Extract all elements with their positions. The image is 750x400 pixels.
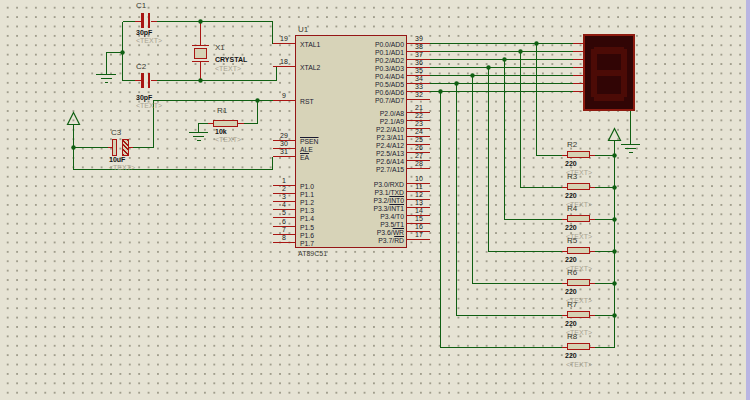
pin-name-text: P2.0/A8 <box>380 110 404 117</box>
pin-number: 15 <box>408 215 430 223</box>
pin-number: 28 <box>408 160 430 168</box>
component-ref: R8 <box>567 332 577 341</box>
pin-name-text: P3.3/ <box>373 205 389 212</box>
pin-number: 12 <box>408 191 430 199</box>
pin-number: 18 <box>273 58 295 66</box>
component-ref: R3 <box>567 172 577 181</box>
pin-name-overline: INT0 <box>389 197 404 204</box>
crystal-x1[interactable]: X1 CRYSTAL <TEXT> <box>188 42 250 76</box>
pin-number: 27 <box>408 152 430 160</box>
component-value: 10k <box>215 128 227 136</box>
pin-name-text: P3.1/TXD <box>375 189 404 196</box>
component-ref: X1 <box>215 43 225 52</box>
pin-name-text: P2.1/A9 <box>380 118 404 125</box>
pin-name: P2.7/A15 <box>296 165 404 174</box>
pin-number: 34 <box>408 75 430 83</box>
pin-number: 2 <box>273 185 295 193</box>
pin-name-text: P0.1/AD1 <box>375 49 404 56</box>
pin-number: 37 <box>408 51 430 59</box>
seven-segment-display[interactable] <box>583 34 635 111</box>
component-note: <TEXT> <box>215 136 241 144</box>
pin-name-overline: WR <box>393 229 404 236</box>
component-ref: C1 <box>136 1 146 10</box>
capacitor-c2[interactable]: C2 30pF <TEXT> <box>120 59 190 109</box>
pin-name-text: P2.7/A15 <box>376 166 404 173</box>
resistor-body <box>567 311 590 318</box>
pin-name-overline: INT1 <box>389 205 404 212</box>
resistor-r1[interactable]: R1 10k <TEXT> <box>210 105 260 147</box>
capacitor-plate <box>141 13 144 28</box>
pin-name-text: P0.2/AD2 <box>375 57 404 64</box>
pin-name-text: P2.5/A13 <box>376 150 404 157</box>
component-value: 220 <box>565 224 577 232</box>
component-value: 10uF <box>109 156 125 164</box>
segment-e <box>591 73 597 97</box>
pin-name-text: P0.0/AD0 <box>375 41 404 48</box>
capacitor-plate <box>148 13 151 28</box>
ground-icon <box>189 133 208 141</box>
pin-name-text: P0.6/AD6 <box>375 89 404 96</box>
component-note: <TEXT> <box>136 102 162 110</box>
pin-number: 13 <box>408 199 430 207</box>
ground-icon <box>96 75 116 83</box>
component-value: 220 <box>565 352 577 360</box>
component-ref: R5 <box>567 236 577 245</box>
resistor-body <box>567 151 590 158</box>
component-note: <TEXT> <box>136 37 162 45</box>
pin-number: 21 <box>408 104 430 112</box>
pin-number: 22 <box>408 112 430 120</box>
schematic-canvas: { "colors": { "background": "#e6e3d4", "… <box>0 0 750 400</box>
component-ref: R4 <box>567 204 577 213</box>
pin-number: 29 <box>273 132 295 140</box>
pin-name-text: P2.6/A14 <box>376 158 404 165</box>
pin-name-text: P3.0/RXD <box>374 181 404 188</box>
pin-number: 4 <box>273 201 295 209</box>
pin-name-text: P0.3/AD3 <box>375 65 404 72</box>
pin-name-overline: RD <box>394 237 404 244</box>
pin-name-text: P0.7/AD7 <box>375 97 404 104</box>
pin-number: 19 <box>273 35 295 43</box>
pin-name-text: P0.4/AD4 <box>375 73 404 80</box>
pin-number: 33 <box>408 83 430 91</box>
component-value: 220 <box>565 160 577 168</box>
capacitor-plate <box>112 139 117 156</box>
pin-number: 9 <box>273 92 295 100</box>
component-ref: R1 <box>217 106 227 115</box>
capacitor-c1[interactable]: C1 30pF <TEXT> <box>120 0 190 46</box>
component-value: 30pF <box>136 29 152 37</box>
pin-number: 3 <box>273 193 295 201</box>
pin-name-text: P2.4/A12 <box>376 142 404 149</box>
resistor-body <box>567 215 590 222</box>
pin-name-text: P3.6/ <box>377 229 393 236</box>
component-ref: C3 <box>111 128 121 137</box>
component-value: 220 <box>565 192 577 200</box>
segment-g <box>594 70 624 76</box>
pin-name-text: P2.2/A10 <box>376 126 404 133</box>
pin-number: 6 <box>273 218 295 226</box>
resistor-r8[interactable]: R8 220 <TEXT> <box>560 330 615 370</box>
component-note: <TEXT> <box>215 65 241 73</box>
pin-number: 10 <box>408 175 430 183</box>
component-ref: U1 <box>298 25 308 34</box>
mcu-u1[interactable]: U1 AT89C51 19XTAL1 18XTAL2 9RST 29PSEN 3… <box>295 35 407 248</box>
capacitor-c3[interactable]: C3 10uF <TEXT> <box>105 126 165 178</box>
component-ref: R2 <box>567 140 577 149</box>
component-note: <TEXT> <box>109 164 135 172</box>
pin-name-text: P3.5/T1 <box>380 221 404 228</box>
component-value: 220 <box>565 256 577 264</box>
component-ref: R6 <box>567 268 577 277</box>
pin-number: 31 <box>273 148 295 156</box>
pin-number: 25 <box>408 136 430 144</box>
ground-icon <box>621 145 640 153</box>
pin-number: 17 <box>408 231 430 239</box>
pin-number: 35 <box>408 67 430 75</box>
component-part-number: AT89C51 <box>298 250 327 257</box>
pin-name-text: P2.3/A11 <box>377 134 404 141</box>
pin-number: 8 <box>273 234 295 242</box>
pin-name: P0.7/AD7 <box>296 96 404 105</box>
component-value: 220 <box>565 320 577 328</box>
pin-number: 36 <box>408 59 430 67</box>
pin-name: P3.7/RD <box>296 236 404 245</box>
pin-number: 14 <box>408 207 430 215</box>
pin-number: 39 <box>408 35 430 43</box>
